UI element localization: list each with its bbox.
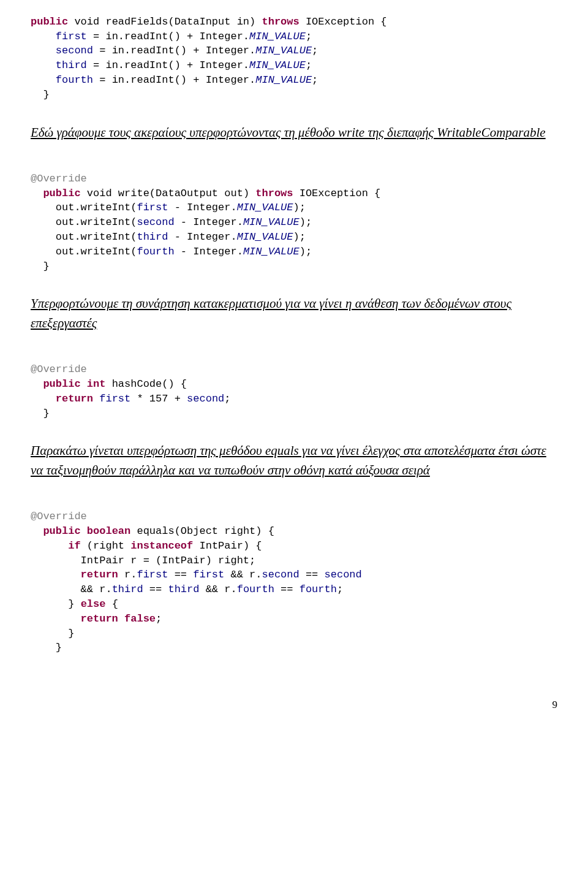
code-text: out.writeInt( [31,202,137,213]
code-text: equals(Object right) { [130,525,274,537]
static-field: MIN_VALUE [249,59,306,71]
keyword: throws [262,16,299,28]
code-text: == [274,584,300,595]
indent [31,59,56,71]
indent [31,45,56,56]
keyword: public [31,16,68,28]
static-field: MIN_VALUE [255,45,312,56]
keyword: return [31,393,93,405]
field: first [99,393,130,405]
keyword: false [124,613,156,625]
code-text [118,613,124,625]
code-text: = in.readInt() + Integer. [87,59,249,71]
code-text: * 157 + [130,393,187,405]
code-text: IOException { [300,16,387,28]
code-text: } [31,261,50,272]
field: fourth [237,584,274,595]
code-text: == [300,569,325,580]
annotation: @Override [31,363,87,375]
field: first [56,31,87,42]
code-text: ; [306,31,312,42]
code-text: } [31,598,81,610]
code-text: - Integer. [168,231,236,243]
code-text: = in.readInt() + Integer. [93,45,255,56]
code-text: } [31,89,50,101]
page-number: 9 [31,698,557,712]
field: third [112,584,143,595]
code-text: IOException { [293,188,381,199]
static-field: MIN_VALUE [237,202,293,213]
static-field: MIN_VALUE [249,31,306,42]
field: first [137,202,168,213]
code-block-hashcode: @Override public int hashCode() { return… [31,348,557,420]
code-text: - Integer. [168,202,236,213]
code-text: out.writeInt( [31,246,137,257]
code-text: ); [300,246,312,257]
code-block-write: @Override public void write(DataOutput o… [31,157,557,273]
code-text: } [31,408,50,419]
keyword: int [81,378,106,390]
static-field: MIN_VALUE [237,231,293,243]
field: second [137,216,174,228]
field: first [193,569,224,580]
code-text: readFields(DataInput in) [99,16,262,28]
code-text: (right [81,540,131,552]
keyword: instanceof [130,540,193,552]
code-text: ; [312,45,318,56]
static-field: MIN_VALUE [243,216,300,228]
code-text: = in.readInt() + Integer. [87,31,249,42]
code-text: ; [306,59,312,71]
keyword: public [31,378,81,390]
keyword: else [81,598,106,610]
code-text: - Integer. [175,246,243,257]
code-text: } [31,628,74,639]
code-text: hashCode() { [105,378,187,390]
field: fourth [137,246,174,257]
field: third [137,231,168,243]
code-text: ; [312,74,318,86]
code-text: && r. [199,584,236,595]
field: third [56,59,87,71]
code-text: - Integer. [175,216,243,228]
keyword: throws [255,188,293,199]
indent [31,31,56,42]
annotation: @Override [31,173,87,184]
code-block-readfields: public void readFields(DataInput in) thr… [31,0,557,102]
code-text: write(DataOutput out) [112,188,256,199]
code-text: ; [224,393,230,405]
field: third [168,584,199,595]
field: second [325,569,362,580]
keyword: return [31,569,118,580]
code-text: { [105,598,118,610]
code-text: ); [300,216,312,228]
heading-equals: Παρακάτω γίνεται υπερφόρτωση της μεθόδου… [31,441,557,480]
code-text: = in.readInt() + Integer. [93,74,255,86]
code-text: && r. [224,569,262,580]
code-text: IntPair r = (IntPair) right; [31,555,255,566]
code-text: out.writeInt( [31,231,137,243]
code-text: r. [118,569,137,580]
code-text: ; [156,613,162,625]
keyword: boolean [81,525,131,537]
keyword: public [31,525,81,537]
field: fourth [56,74,93,86]
code-text: && r. [31,584,112,595]
keyword: if [31,540,81,552]
code-text: void [68,16,99,28]
code-text: == [168,569,193,580]
code-text: out.writeInt( [31,216,137,228]
keyword: public [31,188,81,199]
code-block-equals: @Override public boolean equals(Object r… [31,495,557,655]
code-text: ; [337,584,343,595]
code-text: ); [293,202,306,213]
keyword: return [31,613,118,625]
code-text [93,393,99,405]
code-text: ); [293,231,306,243]
field: second [262,569,300,580]
code-text: void [81,188,112,199]
field: second [56,45,93,56]
field: second [187,393,224,405]
code-text: IntPair) { [193,540,262,552]
heading-write: Εδώ γράφουμε τους ακεραίους υπερφορτώνον… [31,123,557,143]
annotation: @Override [31,511,87,522]
